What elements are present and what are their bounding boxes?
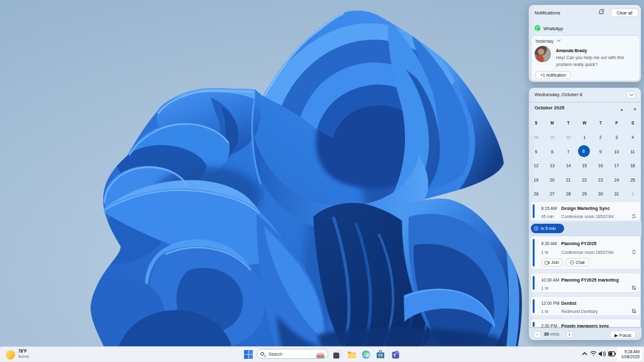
svg-text:T: T: [393, 353, 396, 358]
